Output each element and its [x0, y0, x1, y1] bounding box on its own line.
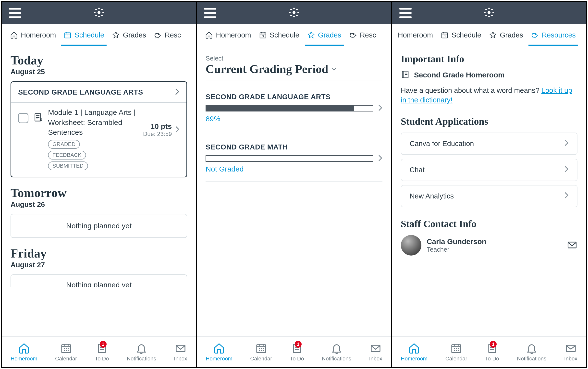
chevron-right-icon	[175, 126, 180, 134]
todo-badge: 1	[100, 341, 107, 348]
today-heading: Today	[11, 53, 187, 67]
tab-grades[interactable]: Grades	[303, 24, 345, 46]
nav-label: Notifications	[127, 356, 156, 362]
tab-homeroom[interactable]: Homeroom	[394, 24, 437, 46]
tab-label: Homeroom	[21, 31, 56, 39]
calendar-day-icon: 3	[441, 31, 449, 39]
grade-score: Not Graded	[206, 165, 382, 173]
svg-point-20	[293, 16, 295, 17]
svg-point-37	[488, 16, 490, 17]
empty-day-card-cut: Nothing planned yet	[11, 274, 187, 287]
svg-point-8	[101, 15, 103, 16]
assignment-card[interactable]: SECOND GRADE LANGUAGE ARTS Module 1 | La…	[11, 81, 187, 177]
nav-label: Notifications	[322, 356, 351, 362]
tomorrow-date: August 26	[11, 200, 187, 209]
calendar-day-icon: 3	[259, 31, 267, 39]
mail-icon	[175, 342, 186, 354]
nav-inbox[interactable]: Inbox	[564, 342, 577, 362]
nav-homeroom[interactable]: Homeroom	[11, 342, 37, 362]
nav-notifications[interactable]: Notifications	[517, 342, 546, 362]
svg-point-5	[95, 9, 97, 10]
chevron-right-icon	[378, 104, 382, 112]
grade-row[interactable]: SECOND GRADE MATH Not Graded	[206, 143, 382, 182]
tab-homeroom[interactable]: Homeroom	[6, 24, 60, 46]
tab-label: Homeroom	[216, 31, 251, 39]
nav-notifications[interactable]: Notifications	[322, 342, 351, 362]
svg-point-6	[101, 9, 103, 10]
nav-inbox[interactable]: Inbox	[369, 342, 382, 362]
app-item[interactable]: Canva for Education	[401, 133, 577, 155]
svg-point-22	[297, 12, 299, 13]
tab-grades[interactable]: Grades	[108, 24, 150, 46]
menu-button[interactable]	[399, 8, 412, 18]
course-title: SECOND GRADE LANGUAGE ARTS	[206, 93, 382, 101]
app-label: New Analytics	[410, 192, 454, 200]
menu-button[interactable]	[204, 8, 216, 18]
nav-todo[interactable]: 1 To Do	[290, 342, 304, 362]
status-tag: SUBMITTED	[48, 161, 88, 170]
staff-role: Teacher	[427, 246, 561, 253]
svg-point-30	[353, 35, 354, 35]
mail-icon	[565, 342, 577, 354]
chevron-right-icon	[564, 166, 569, 174]
tab-grades[interactable]: Grades	[485, 24, 527, 46]
select-label: Select	[206, 55, 382, 62]
nav-label: Homeroom	[11, 356, 37, 362]
nav-inbox[interactable]: Inbox	[174, 342, 187, 362]
tab-label: Homeroom	[398, 31, 433, 39]
nav-label: Calendar	[55, 356, 77, 362]
nav-todo[interactable]: 1 To Do	[485, 342, 499, 362]
nav-todo[interactable]: 1 To Do	[95, 342, 109, 362]
bottom-nav: Homeroom Calendar 1 To Do Notifications …	[392, 336, 586, 367]
svg-rect-49	[568, 242, 576, 248]
tab-label: Grades	[123, 31, 146, 39]
nav-notifications[interactable]: Notifications	[127, 342, 156, 362]
tab-resources[interactable]: Resc	[150, 24, 185, 46]
bell-icon	[331, 342, 343, 354]
tab-schedule[interactable]: 3 Schedule	[255, 24, 303, 46]
home-icon	[213, 342, 225, 354]
svg-point-7	[95, 15, 97, 16]
svg-point-18	[293, 11, 295, 14]
grading-period-select[interactable]: Current Grading Period	[206, 62, 382, 81]
tab-homeroom[interactable]: Homeroom	[201, 24, 255, 46]
app-item[interactable]: New Analytics	[401, 185, 577, 207]
menu-button[interactable]	[9, 8, 21, 18]
svg-point-36	[488, 8, 490, 9]
progress-bar	[206, 105, 373, 111]
svg-point-39	[492, 12, 494, 13]
tab-schedule[interactable]: 3 Schedule	[437, 24, 485, 46]
tab-label: Schedule	[452, 31, 481, 39]
home-icon	[10, 31, 18, 39]
mail-icon[interactable]	[567, 239, 577, 251]
svg-point-3	[94, 12, 96, 13]
svg-point-4	[102, 12, 104, 13]
nav-homeroom[interactable]: Homeroom	[401, 342, 428, 362]
top-tabs: Homeroom 3 Schedule Grades Resc	[2, 24, 196, 46]
chevron-down-icon	[331, 66, 337, 72]
points-label: 10 pts	[143, 122, 172, 131]
nav-label: Homeroom	[401, 356, 428, 362]
svg-point-42	[485, 15, 487, 16]
info-course-name: Second Grade Homeroom	[414, 71, 505, 79]
nav-calendar[interactable]: Calendar	[55, 342, 77, 362]
select-value: Current Grading Period	[206, 62, 328, 76]
tab-resources[interactable]: Resc	[345, 24, 380, 46]
star-icon	[307, 31, 315, 39]
grade-row[interactable]: SECOND GRADE LANGUAGE ARTS 89%	[206, 93, 382, 131]
complete-checkbox[interactable]	[18, 113, 28, 123]
staff-row[interactable]: Carla Gunderson Teacher	[401, 235, 577, 256]
tab-schedule[interactable]: 3 Schedule	[60, 24, 108, 46]
nav-calendar[interactable]: Calendar	[250, 342, 272, 362]
svg-text:3: 3	[262, 34, 264, 38]
nav-homeroom[interactable]: Homeroom	[206, 342, 233, 362]
nav-label: Notifications	[517, 356, 546, 362]
status-tag: GRADED	[48, 140, 80, 149]
svg-text:3: 3	[444, 34, 445, 38]
due-label: Due: 23:59	[143, 131, 172, 137]
app-item[interactable]: Chat	[401, 159, 577, 181]
nav-calendar[interactable]: Calendar	[445, 342, 467, 362]
book-icon	[401, 70, 410, 80]
svg-rect-34	[371, 345, 380, 352]
tab-resources[interactable]: Resources	[527, 24, 580, 46]
